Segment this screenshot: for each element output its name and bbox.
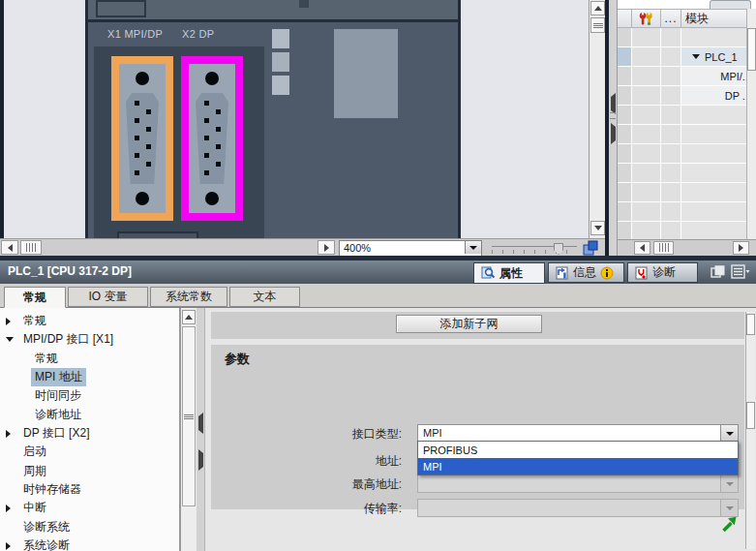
module-slot-outline [96,0,146,17]
tree-item-system-diagnostics[interactable]: 系统诊断 [0,536,178,551]
transmission-rate-label: 传输率: [247,501,402,517]
interface-type-label: 接口类型: [247,426,402,443]
parameters-group: 参数 接口类型: MPI 地址: 最高地址: 传输率: [211,345,744,509]
tree-item-interrupts[interactable]: 中断 [0,499,178,517]
connector-x1-mpi-dp[interactable] [111,56,173,221]
go-to-network-view-icon[interactable] [720,515,739,534]
tab-info[interactable]: 信息 [548,262,624,283]
header-cell-config[interactable] [632,9,661,28]
expand-icon[interactable] [692,54,700,59]
pane-vscroll-button[interactable] [746,314,755,335]
properties-navigation-tree: 常规 MPI/DP 接口 [X1] 常规 MPI 地址 时间同步 诊断地址 DP… [0,308,180,551]
collapse-right-icon[interactable] [198,449,203,471]
pane-vscroll-thumb[interactable] [746,402,755,429]
zoom-slider[interactable] [492,243,577,255]
fit-to-view-icon[interactable] [583,240,599,256]
dsub-socket [196,93,228,184]
header-cell-dots[interactable]: ... [661,9,681,28]
transmission-rate-combobox [417,499,739,517]
tab-system-constants[interactable]: 系统常数 [150,287,227,307]
scroll-right-button[interactable] [318,240,335,255]
tab-diagnostics[interactable]: 诊断 [627,262,698,283]
interface-type-dropdown-list[interactable]: PROFIBUS MPI [417,441,739,475]
table-row-plc1[interactable]: PLC_1 [618,47,756,66]
window-menu-icon[interactable] [731,264,750,279]
table-row[interactable] [618,222,756,239]
tab-texts[interactable]: 文本 [229,287,300,307]
float-window-icon[interactable] [711,265,725,278]
connector-x2-dp[interactable] [181,56,243,221]
header-cell-module[interactable]: 模块 [681,9,756,28]
port-label-x1: X1 MPI/DP [107,28,163,40]
tree-item-clock-memory[interactable]: 时钟存储器 [0,480,178,499]
hscrollbar-grip[interactable] [653,241,674,255]
table-row[interactable] [618,144,756,163]
inspector-category-tabs: 常规 IO 变量 系统常数 文本 [0,284,756,308]
tab-properties[interactable]: 属性 [473,262,545,284]
table-row-dp[interactable]: DP ... [618,86,756,105]
table-row[interactable] [618,202,756,221]
table-row[interactable] [618,106,756,124]
table-horizontal-scrollbar[interactable] [618,239,756,256]
tree-item-general-child[interactable]: 常规 [0,350,178,368]
tree-vscroll-thumb[interactable] [182,326,196,506]
scroll-left-button[interactable] [1,240,18,255]
tree-item-mpi-address[interactable]: MPI 地址 [0,368,178,386]
tree-item-startup[interactable]: 启动 [0,443,178,461]
scrollbar-split-grip[interactable] [590,17,605,33]
diagnostics-icon [635,266,649,280]
table-tab-fragment[interactable] [710,0,751,9]
wrench-icon [638,12,655,26]
module-front-plate [334,29,398,118]
module-chip [272,52,289,72]
collapse-right-icon[interactable] [611,123,616,144]
scroll-down-button[interactable] [590,221,605,235]
tab-general[interactable]: 常规 [4,287,66,308]
add-subnet-button[interactable]: 添加新子网 [396,315,542,333]
cpu-module-graphic[interactable]: X1 MPI/DP X2 DP [85,0,461,238]
zoom-level-combobox[interactable]: 400% [339,240,482,257]
address-label: 地址: [247,453,402,470]
collapse-left-icon[interactable] [198,413,203,434]
panel-splitter[interactable] [609,0,618,256]
collapse-left-icon[interactable] [611,93,616,114]
tree-pane-splitter[interactable] [197,308,205,551]
tree-item-mpi-dp-interface[interactable]: MPI/DP 接口 [X1] [0,330,178,349]
table-row[interactable] [618,183,756,201]
subnet-group: 添加新子网 [211,312,744,339]
screw-hole [136,192,149,205]
table-row[interactable] [618,125,756,143]
inspector-title-bar: PLC_1 [CPU 317-2 DP] 属性 信息 [0,260,756,284]
tree-item-dp-interface[interactable]: DP 接口 [X2] [0,424,178,443]
scroll-left-button[interactable] [634,241,650,255]
table-row[interactable] [618,164,756,182]
header-cell-empty [618,9,632,28]
info-badge-icon [600,266,614,280]
tree-item-time-sync[interactable]: 时间同步 [0,386,178,405]
screw-hole [205,192,219,205]
zoom-dropdown-button[interactable] [465,241,481,254]
dropdown-option-mpi[interactable]: MPI [418,458,738,474]
tree-item-cycle[interactable]: 周期 [0,462,178,480]
tab-io-tags[interactable]: IO 变量 [68,287,148,307]
dropdown-button[interactable] [720,425,738,442]
table-body: PLC_1 MPI/... DP ... [618,28,756,239]
scroll-right-button[interactable] [733,241,749,255]
pane-vertical-scrollbar[interactable] [745,312,755,549]
table-row[interactable] [618,28,756,46]
tree-item-diagnostics-address[interactable]: 诊断地址 [0,406,178,424]
module-chip [272,29,289,48]
hscrollbar-grip[interactable] [20,240,42,255]
scroll-up-button[interactable] [590,1,605,15]
table-vscroll-thumb[interactable] [747,28,756,71]
info-icon [556,266,569,280]
parameters-section-title: 参数 [225,351,250,368]
device-view-canvas[interactable]: X1 MPI/DP X2 DP [4,0,589,238]
tree-item-diagnostics-system[interactable]: 诊断系统 [0,518,178,536]
tree-item-general-top[interactable]: 常规 [0,312,178,330]
dropdown-option-profibus[interactable]: PROFIBUS [418,442,738,458]
device-view-vertical-scrollbar[interactable] [589,0,605,238]
device-view-bottom-bar: 400% [0,238,605,256]
table-row-mpi[interactable]: MPI/... [618,67,756,85]
scroll-up-button[interactable] [182,310,196,324]
